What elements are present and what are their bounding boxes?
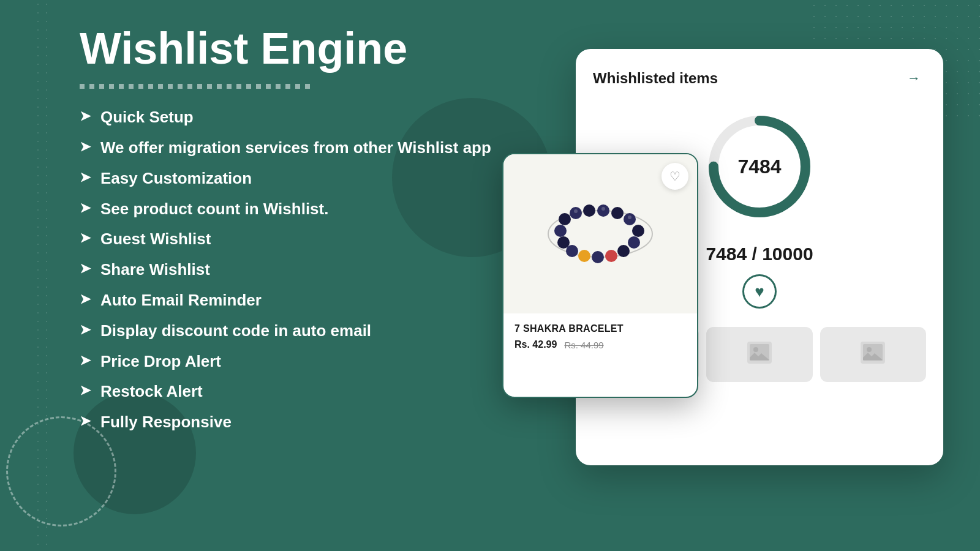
feature-item-5: ➤ Guest Wishlist: [80, 229, 496, 250]
svg-point-29: [628, 216, 631, 219]
original-price: Rs. 44.99: [564, 340, 603, 350]
feature-item-11: ➤ Fully Responsive: [80, 412, 496, 433]
product-thumb-2: [706, 327, 812, 382]
bracelet-image: [539, 197, 662, 271]
feature-text: We offer migration services from other W…: [100, 138, 491, 159]
heart-filled-icon: ♥: [755, 282, 764, 301]
card-arrow-btn[interactable]: →: [902, 66, 926, 91]
feature-text: Display discount code in auto email: [100, 321, 371, 342]
right-content: Whishlisted items → 7484 7484 / 10000 ♥: [502, 31, 943, 520]
svg-point-10: [867, 347, 872, 352]
heart-circle-indicator: ♥: [742, 274, 777, 309]
card-header: Whishlisted items →: [593, 66, 926, 91]
donut-chart: 7484: [698, 105, 821, 228]
svg-point-7: [753, 347, 758, 352]
feature-item-4: ➤ See product count in Wishlist.: [80, 199, 496, 220]
feature-text: Easy Customization: [100, 168, 252, 189]
feature-arrow-icon: ➤: [80, 108, 91, 124]
heart-outline-icon: ♡: [669, 169, 680, 184]
feature-text: Quick Setup: [100, 107, 194, 128]
product-card: ♡: [502, 153, 698, 398]
feature-text: Auto Email Reminder: [100, 290, 262, 311]
svg-point-26: [559, 213, 571, 225]
wishlist-heart-button[interactable]: ♡: [662, 163, 688, 190]
feature-text: Share Wishlist: [100, 260, 210, 280]
page-title: Wishlist Engine: [80, 24, 496, 73]
feature-item-8: ➤ Display discount code in auto email: [80, 321, 496, 342]
product-name: 7 SHAKRA BRACELET: [514, 323, 686, 334]
svg-point-22: [578, 250, 590, 262]
image-placeholder-icon-3: [861, 342, 885, 368]
svg-point-20: [605, 250, 617, 262]
feature-arrow-icon: ➤: [80, 383, 91, 399]
feature-item-2: ➤ We offer migration services from other…: [80, 138, 496, 159]
feature-arrow-icon: ➤: [80, 261, 91, 277]
product-image-area: ♡: [503, 154, 697, 313]
product-thumb-3: [820, 327, 926, 382]
feature-arrow-icon: ➤: [80, 139, 91, 155]
chart-fraction: 7484 / 10000: [706, 244, 813, 264]
svg-point-15: [611, 207, 624, 219]
feature-arrow-icon: ➤: [80, 200, 91, 216]
features-list: ➤ Quick Setup ➤ We offer migration servi…: [80, 107, 496, 433]
donut-center-value: 7484: [737, 156, 781, 178]
feature-item-6: ➤ Share Wishlist: [80, 260, 496, 280]
svg-point-13: [583, 204, 595, 217]
title-divider: [80, 84, 312, 89]
feature-arrow-icon: ➤: [80, 170, 91, 186]
feature-item-3: ➤ Easy Customization: [80, 168, 496, 189]
feature-arrow-icon: ➤: [80, 413, 91, 429]
current-price: Rs. 42.99: [514, 339, 557, 350]
feature-arrow-icon: ➤: [80, 230, 91, 246]
svg-point-19: [617, 245, 630, 257]
dashed-circle-decoration: [6, 416, 116, 527]
svg-point-28: [601, 207, 605, 211]
left-content: Wishlist Engine ➤ Quick Setup ➤ We offer…: [80, 24, 496, 433]
feature-arrow-icon: ➤: [80, 353, 91, 369]
feature-item-7: ➤ Auto Email Reminder: [80, 290, 496, 311]
feature-item-1: ➤ Quick Setup: [80, 107, 496, 128]
feature-text: Restock Alert: [100, 381, 203, 402]
image-placeholder-icon-2: [747, 342, 772, 368]
feature-text: Fully Responsive: [100, 412, 232, 433]
price-area: Rs. 42.99 Rs. 44.99: [514, 339, 686, 350]
svg-point-18: [628, 236, 640, 249]
svg-point-25: [554, 225, 567, 237]
card-title: Whishlisted items: [593, 70, 718, 87]
svg-point-27: [574, 209, 578, 213]
feature-item-9: ➤ Price Drop Alert: [80, 351, 496, 372]
svg-point-21: [592, 251, 604, 263]
svg-point-17: [632, 225, 644, 237]
feature-arrow-icon: ➤: [80, 291, 91, 307]
feature-text: See product count in Wishlist.: [100, 199, 328, 220]
feature-item-10: ➤ Restock Alert: [80, 381, 496, 402]
feature-arrow-icon: ➤: [80, 322, 91, 338]
svg-point-24: [557, 236, 570, 249]
product-info: 7 SHAKRA BRACELET Rs. 42.99 Rs. 44.99: [503, 313, 697, 360]
feature-text: Price Drop Alert: [100, 351, 221, 372]
feature-text: Guest Wishlist: [100, 229, 211, 250]
